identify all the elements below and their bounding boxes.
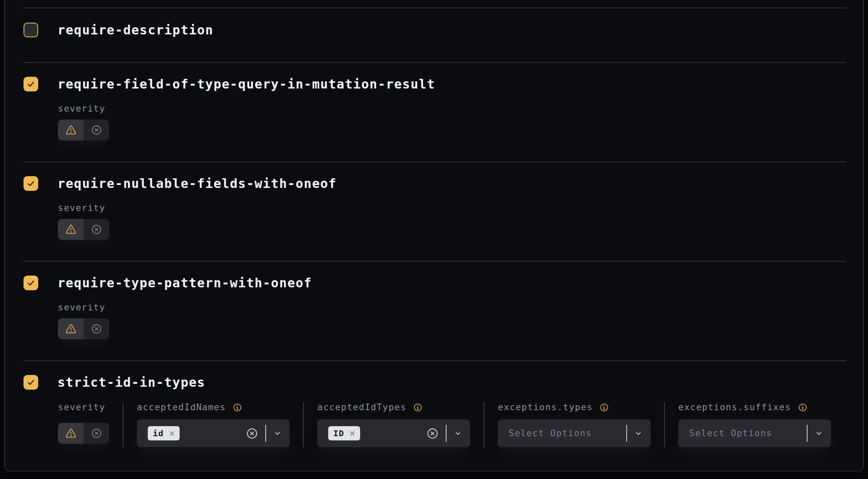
severity-off-button[interactable]: [84, 318, 109, 339]
rule-checkbox[interactable]: [24, 276, 38, 290]
info-icon[interactable]: [798, 403, 808, 412]
warning-icon: [65, 323, 77, 335]
panel-top-spacer: [24, 0, 846, 8]
clear-all-icon[interactable]: [426, 427, 439, 440]
tag-text: ID: [333, 428, 344, 438]
severity-toggle: [58, 423, 109, 444]
field-divider: [265, 425, 266, 442]
config-col-exceptions-types: exceptions.types Select Options: [498, 402, 651, 447]
severity-off-button[interactable]: [84, 120, 109, 141]
severity-warn-button[interactable]: [58, 318, 84, 339]
circle-x-icon: [91, 427, 102, 439]
rule-row-require-type-pattern-with-oneof: require-type-pattern-with-oneof severity: [24, 261, 846, 360]
rules-config-panel: require-description require-field-of-typ…: [4, 0, 864, 471]
severity-warn-button[interactable]: [58, 219, 84, 240]
option-label: exceptions.types: [498, 402, 593, 412]
checkmark-icon: [26, 79, 36, 89]
select-placeholder: Select Options: [689, 428, 772, 438]
severity-toggle: [58, 120, 109, 141]
tag-text: id: [153, 428, 164, 438]
info-icon[interactable]: [413, 403, 423, 412]
multiselect-acceptedIdNames[interactable]: id: [137, 419, 290, 447]
rule-row-strict-id-in-types: strict-id-in-types severity: [24, 360, 846, 478]
multiselect-acceptedIdTypes[interactable]: ID: [317, 419, 470, 447]
column-divider: [123, 402, 123, 447]
info-icon[interactable]: [599, 403, 609, 412]
rule-checkbox[interactable]: [24, 77, 38, 91]
rule-title: strict-id-in-types: [58, 375, 205, 390]
field-divider: [446, 425, 447, 442]
selected-tag: ID: [328, 426, 360, 440]
chevron-down-icon[interactable]: [634, 429, 643, 438]
rule-checkbox[interactable]: [24, 375, 38, 390]
config-col-acceptedIdNames: acceptedIdNames id: [137, 402, 290, 447]
field-divider: [807, 425, 808, 442]
severity-label: severity: [58, 203, 846, 213]
severity-off-button[interactable]: [84, 423, 109, 444]
remove-tag-icon[interactable]: [168, 430, 176, 437]
severity-label: severity: [58, 302, 846, 312]
select-placeholder: Select Options: [509, 428, 592, 438]
severity-label: severity: [58, 104, 846, 114]
column-divider: [484, 402, 484, 447]
chevron-down-icon[interactable]: [273, 429, 282, 438]
multiselect-exceptions-suffixes[interactable]: Select Options: [678, 419, 831, 447]
checkmark-icon: [26, 278, 36, 288]
selected-tag: id: [148, 426, 180, 440]
multiselect-exceptions-types[interactable]: Select Options: [498, 419, 651, 447]
option-label: exceptions.suffixes: [678, 402, 791, 412]
config-col-acceptedIdTypes: acceptedIdTypes ID: [317, 402, 470, 447]
chevron-down-icon[interactable]: [814, 429, 824, 438]
circle-x-icon: [91, 224, 102, 235]
rule-title: require-field-of-type-query-in-mutation-…: [58, 77, 435, 91]
field-divider: [626, 425, 627, 442]
warning-icon: [65, 124, 77, 136]
chevron-down-icon[interactable]: [453, 429, 463, 438]
column-divider: [664, 402, 665, 447]
rule-row-require-field-of-type-query-in-mutation-result: require-field-of-type-query-in-mutation-…: [24, 62, 846, 161]
severity-label: severity: [58, 402, 105, 412]
config-col-exceptions-suffixes: exceptions.suffixes Select Options: [678, 402, 831, 447]
severity-warn-button[interactable]: [58, 120, 84, 141]
warning-icon: [65, 224, 77, 235]
rule-row-require-nullable-fields-with-oneof: require-nullable-fields-with-oneof sever…: [24, 161, 846, 261]
clear-all-icon[interactable]: [246, 427, 259, 440]
info-icon[interactable]: [233, 403, 242, 412]
severity-toggle: [58, 318, 109, 339]
severity-warn-button[interactable]: [58, 423, 84, 444]
checkmark-icon: [26, 179, 36, 188]
rule-checkbox[interactable]: [24, 23, 38, 37]
remove-tag-icon[interactable]: [348, 430, 356, 437]
severity-off-button[interactable]: [84, 219, 109, 240]
rule-title: require-type-pattern-with-oneof: [58, 276, 312, 290]
option-label: acceptedIdTypes: [317, 402, 406, 412]
config-col-severity: severity: [58, 402, 109, 447]
rule-checkbox[interactable]: [24, 176, 38, 191]
circle-x-icon: [91, 124, 102, 136]
rule-title: require-description: [58, 23, 214, 37]
rule-title: require-nullable-fields-with-oneof: [58, 176, 337, 191]
severity-toggle: [58, 219, 109, 240]
warning-icon: [65, 427, 77, 439]
column-divider: [303, 402, 304, 447]
checkmark-icon: [26, 377, 36, 387]
rule-row-require-description: require-description: [24, 8, 846, 62]
circle-x-icon: [91, 323, 102, 335]
rule-config: severity acceptedIdN: [58, 402, 846, 447]
option-label: acceptedIdNames: [137, 402, 226, 412]
